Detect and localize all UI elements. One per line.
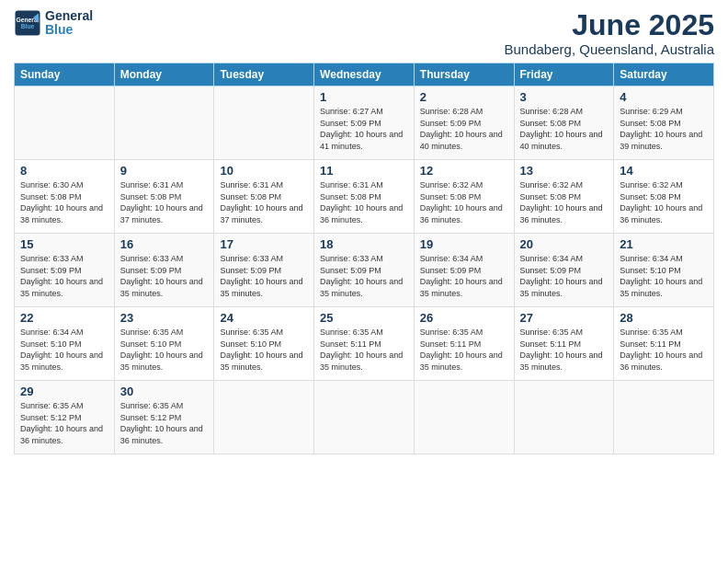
day-info: Sunrise: 6:33 AMSunset: 5:09 PMDaylight:… — [220, 253, 308, 299]
day-number: 16 — [120, 237, 209, 251]
header-friday: Friday — [514, 63, 614, 86]
day-info: Sunrise: 6:34 AMSunset: 5:09 PMDaylight:… — [420, 253, 508, 299]
calendar-cell: 25Sunrise: 6:35 AMSunset: 5:11 PMDayligh… — [314, 307, 415, 381]
calendar-cell: 23Sunrise: 6:35 AMSunset: 5:10 PMDayligh… — [114, 307, 214, 381]
day-info: Sunrise: 6:34 AMSunset: 5:09 PMDaylight:… — [520, 253, 609, 299]
calendar-table: Sunday Monday Tuesday Wednesday Thursday… — [14, 63, 714, 454]
day-number: 17 — [220, 237, 308, 251]
calendar-cell — [314, 381, 415, 454]
day-info: Sunrise: 6:28 AMSunset: 5:09 PMDaylight:… — [420, 106, 508, 152]
calendar-cell — [15, 86, 115, 160]
day-info: Sunrise: 6:29 AMSunset: 5:08 PMDaylight:… — [620, 106, 708, 152]
calendar-cell: 11Sunrise: 6:31 AMSunset: 5:08 PMDayligh… — [314, 160, 415, 234]
day-number: 18 — [320, 237, 408, 251]
day-number: 3 — [520, 90, 609, 104]
day-info: Sunrise: 6:34 AMSunset: 5:10 PMDaylight:… — [620, 253, 708, 299]
day-info: Sunrise: 6:35 AMSunset: 5:10 PMDaylight:… — [220, 327, 308, 373]
calendar-cell: 20Sunrise: 6:34 AMSunset: 5:09 PMDayligh… — [514, 234, 614, 307]
day-info: Sunrise: 6:27 AMSunset: 5:09 PMDaylight:… — [320, 106, 408, 152]
page-container: General Blue GeneralBlue June 2025 Bunda… — [0, 0, 728, 464]
day-number: 29 — [20, 385, 108, 398]
day-info: Sunrise: 6:33 AMSunset: 5:09 PMDaylight:… — [20, 253, 108, 299]
day-info: Sunrise: 6:28 AMSunset: 5:08 PMDaylight:… — [520, 106, 609, 152]
day-number: 4 — [620, 90, 708, 104]
calendar-week-row: 8Sunrise: 6:30 AMSunset: 5:08 PMDaylight… — [15, 160, 714, 234]
calendar-cell: 28Sunrise: 6:35 AMSunset: 5:11 PMDayligh… — [614, 307, 714, 381]
calendar-cell — [214, 86, 314, 160]
day-info: Sunrise: 6:35 AMSunset: 5:11 PMDaylight:… — [420, 327, 508, 373]
calendar-cell: 19Sunrise: 6:34 AMSunset: 5:09 PMDayligh… — [414, 234, 514, 307]
calendar-cell: 12Sunrise: 6:32 AMSunset: 5:08 PMDayligh… — [414, 160, 514, 234]
day-info: Sunrise: 6:35 AMSunset: 5:11 PMDaylight:… — [620, 327, 708, 373]
calendar-cell: 29Sunrise: 6:35 AMSunset: 5:12 PMDayligh… — [15, 381, 115, 454]
calendar-cell: 9Sunrise: 6:31 AMSunset: 5:08 PMDaylight… — [114, 160, 214, 234]
weekday-header-row: Sunday Monday Tuesday Wednesday Thursday… — [15, 63, 714, 86]
day-info: Sunrise: 6:32 AMSunset: 5:08 PMDaylight:… — [620, 179, 708, 225]
header-saturday: Saturday — [614, 63, 714, 86]
calendar-cell — [514, 381, 614, 454]
header: General Blue GeneralBlue June 2025 Bunda… — [14, 9, 714, 57]
day-number: 20 — [520, 237, 609, 251]
calendar-cell: 21Sunrise: 6:34 AMSunset: 5:10 PMDayligh… — [614, 234, 714, 307]
header-wednesday: Wednesday — [314, 63, 415, 86]
day-number: 24 — [220, 311, 308, 325]
calendar-cell: 3Sunrise: 6:28 AMSunset: 5:08 PMDaylight… — [514, 86, 614, 160]
calendar-week-row: 1Sunrise: 6:27 AMSunset: 5:09 PMDaylight… — [15, 86, 714, 160]
day-info: Sunrise: 6:32 AMSunset: 5:08 PMDaylight:… — [520, 179, 609, 225]
calendar-cell — [614, 381, 714, 454]
calendar-cell: 2Sunrise: 6:28 AMSunset: 5:09 PMDaylight… — [414, 86, 514, 160]
calendar-cell: 27Sunrise: 6:35 AMSunset: 5:11 PMDayligh… — [514, 307, 614, 381]
day-info: Sunrise: 6:33 AMSunset: 5:09 PMDaylight:… — [320, 253, 408, 299]
day-number: 8 — [20, 164, 108, 178]
calendar-cell: 30Sunrise: 6:35 AMSunset: 5:12 PMDayligh… — [114, 381, 214, 454]
calendar-cell: 18Sunrise: 6:33 AMSunset: 5:09 PMDayligh… — [314, 234, 415, 307]
day-number: 1 — [320, 90, 408, 104]
day-number: 22 — [20, 311, 108, 325]
day-number: 11 — [320, 164, 408, 178]
calendar-week-row: 22Sunrise: 6:34 AMSunset: 5:10 PMDayligh… — [15, 307, 714, 381]
location-title: Bundaberg, Queensland, Australia — [505, 41, 715, 57]
day-number: 10 — [220, 164, 308, 178]
calendar-cell: 4Sunrise: 6:29 AMSunset: 5:08 PMDaylight… — [614, 86, 714, 160]
day-number: 9 — [120, 164, 209, 178]
header-monday: Monday — [114, 63, 214, 86]
calendar-cell: 13Sunrise: 6:32 AMSunset: 5:08 PMDayligh… — [514, 160, 614, 234]
title-block: June 2025 Bundaberg, Queensland, Austral… — [505, 9, 715, 57]
calendar-cell: 1Sunrise: 6:27 AMSunset: 5:09 PMDaylight… — [314, 86, 415, 160]
calendar-week-row: 29Sunrise: 6:35 AMSunset: 5:12 PMDayligh… — [15, 381, 714, 454]
day-info: Sunrise: 6:31 AMSunset: 5:08 PMDaylight:… — [320, 179, 408, 225]
day-number: 25 — [320, 311, 408, 325]
day-number: 21 — [620, 237, 708, 251]
svg-text:Blue: Blue — [21, 23, 35, 29]
calendar-cell: 22Sunrise: 6:34 AMSunset: 5:10 PMDayligh… — [15, 307, 115, 381]
day-info: Sunrise: 6:33 AMSunset: 5:09 PMDaylight:… — [120, 253, 209, 299]
day-info: Sunrise: 6:30 AMSunset: 5:08 PMDaylight:… — [20, 179, 108, 225]
day-number: 12 — [420, 164, 508, 178]
day-info: Sunrise: 6:35 AMSunset: 5:11 PMDaylight:… — [320, 327, 408, 373]
calendar-week-row: 15Sunrise: 6:33 AMSunset: 5:09 PMDayligh… — [15, 234, 714, 307]
day-info: Sunrise: 6:35 AMSunset: 5:11 PMDaylight:… — [520, 327, 609, 373]
day-number: 23 — [120, 311, 209, 325]
calendar-cell: 16Sunrise: 6:33 AMSunset: 5:09 PMDayligh… — [114, 234, 214, 307]
day-info: Sunrise: 6:31 AMSunset: 5:08 PMDaylight:… — [120, 179, 209, 225]
day-number: 28 — [620, 311, 708, 325]
logo: General Blue GeneralBlue — [14, 9, 93, 38]
calendar-cell: 24Sunrise: 6:35 AMSunset: 5:10 PMDayligh… — [214, 307, 314, 381]
day-info: Sunrise: 6:34 AMSunset: 5:10 PMDaylight:… — [20, 327, 108, 373]
header-thursday: Thursday — [414, 63, 514, 86]
day-info: Sunrise: 6:35 AMSunset: 5:12 PMDaylight:… — [20, 400, 108, 446]
day-number: 2 — [420, 90, 508, 104]
header-sunday: Sunday — [15, 63, 115, 86]
calendar-cell: 10Sunrise: 6:31 AMSunset: 5:08 PMDayligh… — [214, 160, 314, 234]
logo-text: GeneralBlue — [45, 9, 93, 38]
calendar-cell — [114, 86, 214, 160]
month-title: June 2025 — [505, 9, 715, 41]
day-number: 13 — [520, 164, 609, 178]
calendar-cell: 26Sunrise: 6:35 AMSunset: 5:11 PMDayligh… — [414, 307, 514, 381]
logo-icon: General Blue — [14, 9, 41, 37]
calendar-cell: 14Sunrise: 6:32 AMSunset: 5:08 PMDayligh… — [614, 160, 714, 234]
calendar-cell — [214, 381, 314, 454]
calendar-cell: 8Sunrise: 6:30 AMSunset: 5:08 PMDaylight… — [15, 160, 115, 234]
day-number: 30 — [120, 385, 209, 398]
day-info: Sunrise: 6:35 AMSunset: 5:10 PMDaylight:… — [120, 327, 209, 373]
